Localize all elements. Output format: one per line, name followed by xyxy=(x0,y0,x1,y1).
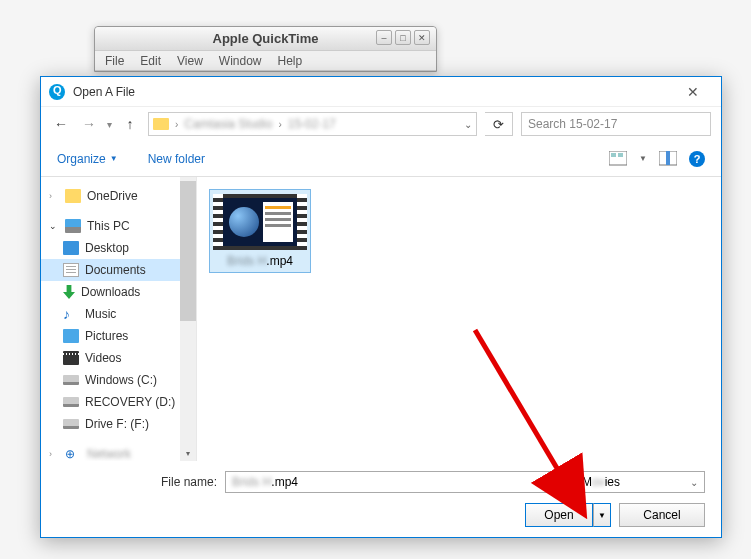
dialog-toolbar: Organize ▼ New folder ▼ ? xyxy=(41,141,721,177)
organize-menu[interactable]: Organize ▼ xyxy=(57,152,118,166)
qt-title: Apple QuickTime xyxy=(213,31,319,46)
dialog-footer: File name: Brids H.mp4 ⌄ Movies ⌄ Open ▼… xyxy=(41,461,721,537)
sidebar-item-label: Windows (C:) xyxy=(85,373,157,387)
sidebar-item-videos[interactable]: Videos xyxy=(41,347,196,369)
organize-label: Organize xyxy=(57,152,106,166)
svg-rect-2 xyxy=(618,153,623,157)
sidebar-item-desktop[interactable]: Desktop xyxy=(41,237,196,259)
nav-history-dropdown[interactable]: ▾ xyxy=(107,119,112,130)
documents-icon xyxy=(63,263,79,277)
sidebar-item-music[interactable]: ♪ Music xyxy=(41,303,196,325)
open-button-group: Open ▼ xyxy=(525,503,611,527)
sidebar-item-label: Downloads xyxy=(81,285,140,299)
svg-rect-1 xyxy=(611,153,616,157)
sidebar-item-windows-disk[interactable]: Windows (C:) xyxy=(41,369,196,391)
file-item-label: Brids H.mp4 xyxy=(227,254,293,268)
open-button[interactable]: Open xyxy=(525,503,593,527)
nav-back-button[interactable]: ← xyxy=(51,116,71,132)
address-bar[interactable]: › Camtasia Studio › 15-02-17 ⌄ xyxy=(148,112,477,136)
disk-icon xyxy=(63,375,79,385)
qt-menubar: File Edit View Window Help xyxy=(95,51,436,71)
qt-menu-window[interactable]: Window xyxy=(213,52,268,70)
chevron-icon: › xyxy=(278,119,281,130)
view-mode-button[interactable] xyxy=(609,151,627,167)
new-folder-button[interactable]: New folder xyxy=(148,152,205,166)
qt-minimize-button[interactable]: – xyxy=(376,30,392,45)
qt-menu-edit[interactable]: Edit xyxy=(134,52,167,70)
sidebar-item-onedrive[interactable]: › OneDrive xyxy=(41,185,196,207)
sidebar-item-downloads[interactable]: Downloads xyxy=(41,281,196,303)
desktop-icon xyxy=(63,241,79,255)
sidebar-scrollbar[interactable]: ▴ ▾ xyxy=(180,177,196,461)
qt-maximize-button[interactable]: □ xyxy=(395,30,411,45)
qt-menu-help[interactable]: Help xyxy=(272,52,309,70)
qt-close-button[interactable]: ✕ xyxy=(414,30,430,45)
file-list-area[interactable]: Brids H.mp4 xyxy=(197,177,721,461)
nav-forward-button[interactable]: → xyxy=(79,116,99,132)
tree-collapse-icon[interactable]: ⌄ xyxy=(49,221,59,231)
address-history-dropdown[interactable]: ⌄ xyxy=(464,119,472,130)
navigation-sidebar: › OneDrive ⌄ This PC Desktop Documents xyxy=(41,177,197,461)
dialog-nav-row: ← → ▾ ↑ › Camtasia Studio › 15-02-17 ⌄ ⟳… xyxy=(41,107,721,141)
cancel-button[interactable]: Cancel xyxy=(619,503,705,527)
scroll-down-button[interactable]: ▾ xyxy=(180,445,196,461)
qt-menu-file[interactable]: File xyxy=(99,52,130,70)
sidebar-item-label: OneDrive xyxy=(87,189,138,203)
open-file-dialog: Open A File ✕ ← → ▾ ↑ › Camtasia Studio … xyxy=(40,76,722,538)
preview-pane-button[interactable] xyxy=(659,151,677,167)
sidebar-item-label: Drive F: (F:) xyxy=(85,417,149,431)
sidebar-item-network[interactable]: › ⊕ Network xyxy=(41,443,196,461)
open-dropdown-button[interactable]: ▼ xyxy=(593,503,611,527)
sidebar-item-label: RECOVERY (D:) xyxy=(85,395,175,409)
qt-window-controls: – □ ✕ xyxy=(376,30,430,45)
sidebar-item-label: Pictures xyxy=(85,329,128,343)
sidebar-item-label: Network xyxy=(87,447,131,461)
disk-icon xyxy=(63,419,79,429)
sidebar-item-drive-f[interactable]: Drive F: (F:) xyxy=(41,413,196,435)
tree-expand-icon[interactable]: › xyxy=(49,449,59,459)
chevron-down-icon[interactable]: ⌄ xyxy=(690,477,698,488)
filename-label: File name: xyxy=(57,475,217,489)
dialog-titlebar[interactable]: Open A File ✕ xyxy=(41,77,721,107)
nav-up-button[interactable]: ↑ xyxy=(120,116,140,132)
videos-icon xyxy=(63,351,79,365)
refresh-button[interactable]: ⟳ xyxy=(485,112,513,136)
sidebar-item-thispc[interactable]: ⌄ This PC xyxy=(41,215,196,237)
quicktime-window: Apple QuickTime – □ ✕ File Edit View Win… xyxy=(94,26,437,72)
pictures-icon xyxy=(63,329,79,343)
quicktime-app-icon xyxy=(49,84,65,100)
dialog-close-button[interactable]: ✕ xyxy=(673,80,713,104)
dialog-body: › OneDrive ⌄ This PC Desktop Documents xyxy=(41,177,721,461)
file-type-filter[interactable]: Movies ⌄ xyxy=(575,471,705,493)
help-button[interactable]: ? xyxy=(689,151,705,167)
sidebar-item-label: Videos xyxy=(85,351,121,365)
chevron-icon: › xyxy=(175,119,178,130)
chevron-down-icon: ▼ xyxy=(110,154,118,163)
filename-input[interactable]: Brids H.mp4 ⌄ xyxy=(225,471,567,493)
downloads-icon xyxy=(63,285,75,299)
qt-titlebar[interactable]: Apple QuickTime – □ ✕ xyxy=(95,27,436,51)
tree-expand-icon[interactable]: › xyxy=(49,191,59,201)
video-thumbnail xyxy=(213,194,307,250)
sidebar-item-label: Music xyxy=(85,307,116,321)
music-icon: ♪ xyxy=(63,307,79,321)
sidebar-item-pictures[interactable]: Pictures xyxy=(41,325,196,347)
sidebar-item-label: This PC xyxy=(87,219,130,233)
sidebar-item-recovery-disk[interactable]: RECOVERY (D:) xyxy=(41,391,196,413)
breadcrumb-part[interactable]: 15-02-17 xyxy=(288,117,336,131)
folder-icon xyxy=(153,118,169,130)
pc-icon xyxy=(65,219,81,233)
file-item[interactable]: Brids H.mp4 xyxy=(209,189,311,273)
search-input[interactable]: Search 15-02-17 xyxy=(521,112,711,136)
breadcrumb-part[interactable]: Camtasia Studio xyxy=(184,117,272,131)
chevron-down-icon[interactable]: ⌄ xyxy=(552,477,560,488)
qt-menu-view[interactable]: View xyxy=(171,52,209,70)
network-icon: ⊕ xyxy=(65,447,81,461)
sidebar-item-documents[interactable]: Documents xyxy=(41,259,196,281)
sidebar-item-label: Documents xyxy=(85,263,146,277)
sidebar-item-label: Desktop xyxy=(85,241,129,255)
dialog-title: Open A File xyxy=(73,85,673,99)
scroll-thumb[interactable] xyxy=(180,181,196,321)
onedrive-icon xyxy=(65,189,81,203)
view-mode-dropdown[interactable]: ▼ xyxy=(639,154,647,163)
